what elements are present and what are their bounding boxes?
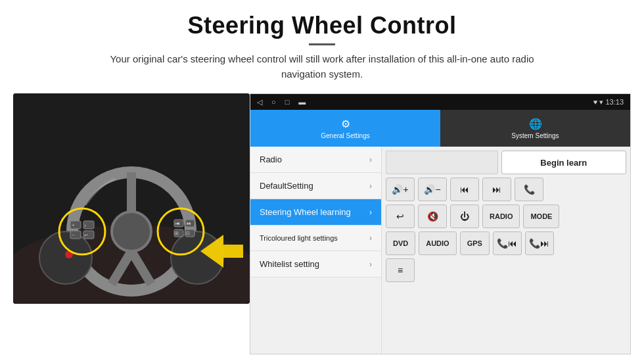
menu-item-defaultsetting[interactable]: DefaultSetting › xyxy=(250,173,381,199)
status-time: ♥ ▾ 13:13 xyxy=(593,98,624,107)
blank-area xyxy=(386,151,498,174)
phone-next-icon: 📞⏭ xyxy=(529,238,549,249)
power-icon: ⏻ xyxy=(460,211,469,222)
row-2: 🔊+ 🔊− ⏮ ⏭ 📞 xyxy=(386,178,626,201)
hangup-button[interactable]: ↩ xyxy=(386,205,415,228)
tab-bar: ⚙ General Settings 🌐 System Settings xyxy=(250,110,630,147)
tab-system-settings[interactable]: 🌐 System Settings xyxy=(440,110,630,147)
row-3: ↩ 🔇 ⏻ RADIO MODE xyxy=(386,205,626,228)
row-1: Begin learn xyxy=(386,151,626,174)
menu-item-radio-label: Radio xyxy=(260,155,282,164)
screenshot-icon[interactable]: ▬ xyxy=(298,98,306,106)
left-menu: Radio › DefaultSetting › Steering Wheel … xyxy=(250,147,382,354)
chevron-icon: › xyxy=(369,155,372,164)
chevron-icon: › xyxy=(369,208,372,217)
status-bar: ◁ ○ □ ▬ ♥ ▾ 13:13 xyxy=(250,94,630,110)
svg-text:⊞: ⊞ xyxy=(175,231,179,235)
svg-text:♪: ♪ xyxy=(84,223,87,228)
tab-general-settings[interactable]: ⚙ General Settings xyxy=(250,110,440,147)
vol-down-button[interactable]: 🔊− xyxy=(418,178,447,201)
prev-track-icon: ⏮ xyxy=(460,184,469,195)
home-icon[interactable]: ○ xyxy=(271,98,276,106)
vol-up-icon: 🔊+ xyxy=(392,184,408,195)
row-5: ≡ xyxy=(386,258,626,282)
chevron-icon: › xyxy=(369,181,372,191)
title-divider xyxy=(309,43,335,45)
menu-item-steering-wheel[interactable]: Steering Wheel learning › xyxy=(250,199,381,226)
svg-text:⏮: ⏮ xyxy=(175,221,180,226)
vol-up-button[interactable]: 🔊+ xyxy=(386,178,415,201)
begin-learn-button[interactable]: Begin learn xyxy=(501,151,627,174)
phone-next-button[interactable]: 📞⏭ xyxy=(525,231,554,255)
page-title: Steering Wheel Control xyxy=(26,12,618,39)
system-settings-label: System Settings xyxy=(511,132,559,139)
svg-point-7 xyxy=(39,231,92,284)
gps-button[interactable]: GPS xyxy=(460,231,490,255)
general-settings-icon: ⚙ xyxy=(341,118,350,130)
menu-item-whitelist[interactable]: Whitelist setting › xyxy=(250,251,381,277)
next-track-button[interactable]: ⏭ xyxy=(482,178,511,201)
phone-button[interactable]: 📞 xyxy=(515,178,543,201)
right-panel: Begin learn 🔊+ 🔊− ⏮ xyxy=(382,147,630,354)
mode-button[interactable]: MODE xyxy=(523,205,559,228)
svg-text:+: + xyxy=(72,222,75,228)
svg-text:↩: ↩ xyxy=(84,233,88,237)
menu-item-whitelist-label: Whitelist setting xyxy=(260,259,319,269)
content-section: + − ♪ ↩ ⏮ ⏭ ⊞ ⊡ xyxy=(13,93,631,354)
car-image-area: + − ♪ ↩ ⏮ ⏭ ⊞ ⊡ xyxy=(13,93,250,304)
menu-item-radio[interactable]: Radio › xyxy=(250,147,381,173)
chevron-icon: › xyxy=(369,260,372,269)
mute-icon: 🔇 xyxy=(427,211,438,222)
system-settings-icon: 🌐 xyxy=(529,118,542,130)
chevron-icon: › xyxy=(369,233,372,243)
mute-button[interactable]: 🔇 xyxy=(418,205,447,228)
radio-button[interactable]: RADIO xyxy=(482,205,520,228)
next-track-icon: ⏭ xyxy=(492,184,501,195)
phone-prev-button[interactable]: 📞⏮ xyxy=(493,231,522,255)
general-settings-label: General Settings xyxy=(321,132,370,139)
svg-text:⊡: ⊡ xyxy=(186,231,190,235)
menu-item-tricoloured[interactable]: Tricoloured light settings › xyxy=(250,226,381,251)
phone-prev-icon: 📞⏮ xyxy=(497,238,517,249)
back-icon[interactable]: ◁ xyxy=(257,98,262,107)
status-bar-right: ♥ ▾ 13:13 xyxy=(593,98,624,107)
menu-item-tricoloured-label: Tricoloured light settings xyxy=(260,234,338,242)
menu-item-steering-label: Steering Wheel learning xyxy=(260,207,351,217)
phone-icon: 📞 xyxy=(524,184,535,195)
subtitle-text: Your original car's steering wheel contr… xyxy=(92,52,552,82)
power-button[interactable]: ⏻ xyxy=(450,205,479,228)
android-ui: ◁ ○ □ ▬ ♥ ▾ 13:13 ⚙ General Settings 🌐 S… xyxy=(250,93,631,354)
svg-point-3 xyxy=(112,212,151,251)
svg-text:⏭: ⏭ xyxy=(187,221,191,226)
list-icon: ≡ xyxy=(398,265,403,276)
prev-track-button[interactable]: ⏮ xyxy=(450,178,479,201)
svg-text:−: − xyxy=(72,233,74,237)
header-section: Steering Wheel Control Your original car… xyxy=(0,0,644,88)
audio-button[interactable]: AUDIO xyxy=(419,231,456,255)
car-image-svg: + − ♪ ↩ ⏮ ⏭ ⊞ ⊡ xyxy=(13,93,250,304)
hangup-icon: ↩ xyxy=(396,211,404,222)
status-bar-left: ◁ ○ □ ▬ xyxy=(257,98,306,107)
menu-item-defaultsetting-label: DefaultSetting xyxy=(260,181,313,191)
page-container: Steering Wheel Control Your original car… xyxy=(0,0,644,361)
row-4: DVD AUDIO GPS 📞⏮ 📞⏭ xyxy=(386,231,626,255)
dvd-button[interactable]: DVD xyxy=(386,231,415,255)
main-content: Radio › DefaultSetting › Steering Wheel … xyxy=(250,147,630,354)
list-icon-button[interactable]: ≡ xyxy=(386,258,415,282)
recents-icon[interactable]: □ xyxy=(285,98,290,106)
vol-down-icon: 🔊− xyxy=(424,184,440,195)
